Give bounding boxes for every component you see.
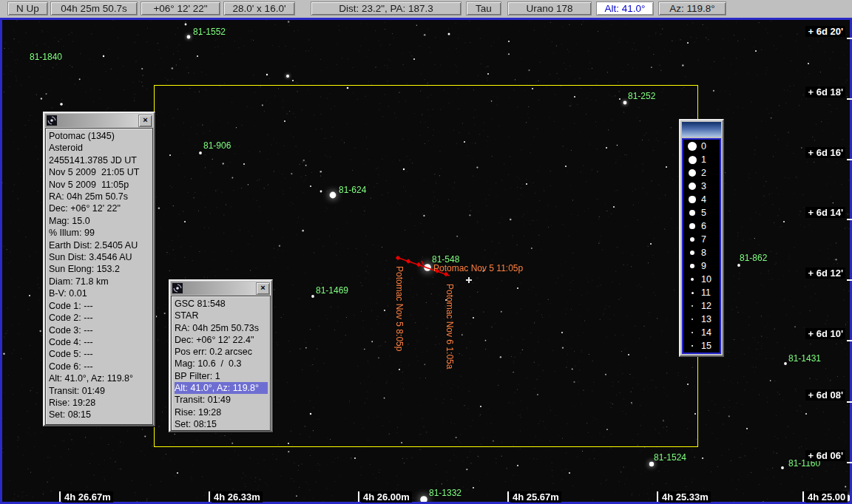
declination-label: + 6d 16' xyxy=(805,147,845,158)
toolbar-button-altitude[interactable]: Alt: 41.0° xyxy=(596,1,654,16)
magnitude-value: 7 xyxy=(701,234,706,245)
magnitude-legend-titlebar[interactable] xyxy=(682,122,721,137)
close-icon[interactable]: × xyxy=(256,282,270,295)
magnitude-row: 9 xyxy=(683,260,720,273)
magnitude-dot-icon xyxy=(691,278,694,281)
magnitude-value: 6 xyxy=(701,221,706,231)
magnitude-row: 14 xyxy=(683,327,720,339)
info-line: Pos err: 0.2 arcsec xyxy=(175,346,270,358)
magnitude-value: 11 xyxy=(701,287,711,298)
toolbar-button-field-size[interactable]: 28.0' x 16.0' xyxy=(223,1,295,16)
right-ascension-label: 4h 25.33m xyxy=(660,491,711,503)
ra-tick xyxy=(358,491,359,502)
magnitude-value: 15 xyxy=(701,341,711,351)
star-designation-label: 81-1552 xyxy=(193,27,226,37)
galaxy-icon xyxy=(172,283,183,293)
magnitude-row: 8 xyxy=(683,247,720,259)
magnitude-value: 12 xyxy=(701,301,711,311)
info-line: Code 3: --- xyxy=(49,324,152,336)
info-line: Earth Dist: 2.5405 AU xyxy=(49,239,152,251)
info-line: Diam: 71.8 km xyxy=(49,276,152,287)
right-ascension-label: 4h 26.33m xyxy=(212,491,263,503)
toolbar-button-dist-pa[interactable]: Dist: 23.2", PA: 187.3 xyxy=(311,1,462,16)
info-line: BP Filter: 1 xyxy=(175,370,270,382)
info-line: Rise: 19:28 xyxy=(49,397,152,409)
magnitude-dot-icon xyxy=(688,142,696,150)
right-ascension-label: 4h 26.67m xyxy=(62,491,113,503)
magnitude-dot-icon xyxy=(690,264,694,268)
magnitude-dot-icon xyxy=(692,332,693,333)
declination-tick xyxy=(847,279,852,281)
close-icon[interactable]: × xyxy=(138,115,152,127)
toolbar-button-orientation[interactable]: N Up xyxy=(7,1,48,16)
magnitude-legend-list: 0123456789101112131415 xyxy=(682,138,721,354)
info-line: Transit: 01:49 xyxy=(49,385,152,397)
star-info-window: × GSC 81:548STARRA: 04h 25m 50.73sDec: +… xyxy=(169,279,273,432)
magnitude-dot-icon xyxy=(689,223,695,229)
toolbar-button-dec[interactable]: +06° 12' 22" xyxy=(141,1,220,16)
star-designation-label: 81-906 xyxy=(203,140,231,151)
info-line: Rise: 19:28 xyxy=(175,406,270,418)
magnitude-value: 10 xyxy=(701,274,711,285)
info-line: % Illum: 99 xyxy=(49,227,152,239)
toolbar: N Up04h 25m 50.7s+06° 12' 22"28.0' x 16.… xyxy=(0,0,852,18)
info-line: Mag: 15.0 xyxy=(49,215,152,227)
info-line: Potomac (1345) xyxy=(49,130,152,142)
magnitude-dot-icon xyxy=(692,319,693,320)
toolbar-button-ra[interactable]: 04h 25m 50.7s xyxy=(50,1,138,16)
magnitude-dot-icon xyxy=(690,237,695,242)
info-line: Alt: 41.0°, Az: 119.8° xyxy=(49,372,152,384)
toolbar-button-atlas-page[interactable]: Urano 178 xyxy=(507,1,592,16)
info-line: Nov 5 2009 21:05 UT xyxy=(49,166,152,178)
info-line: STAR xyxy=(175,310,270,321)
magnitude-row: 4 xyxy=(683,194,720,206)
magnitude-row: 6 xyxy=(683,220,720,233)
magnitude-row: 10 xyxy=(683,273,720,286)
info-line: RA: 04h 25m 50.73s xyxy=(175,322,270,334)
ra-tick xyxy=(209,491,210,502)
star-designation-label: 81-862 xyxy=(740,253,767,263)
toolbar-button-constellation[interactable]: Tau xyxy=(466,1,501,16)
magnitude-value: 5 xyxy=(701,208,706,218)
star-info-body: GSC 81:548STARRA: 04h 25m 50.73sDec: +06… xyxy=(171,296,271,431)
info-line: Code 5: --- xyxy=(49,348,152,360)
magnitude-row: 15 xyxy=(683,340,720,353)
declination-tick xyxy=(847,462,852,463)
toolbar-button-azimuth[interactable]: Az: 119.8° xyxy=(658,1,726,16)
info-line: Asteroid xyxy=(49,142,152,154)
magnitude-row: 7 xyxy=(683,234,720,246)
ra-tick xyxy=(657,491,658,502)
magnitude-value: 3 xyxy=(701,181,706,191)
declination-label: + 6d 14' xyxy=(805,207,845,218)
magnitude-value: 9 xyxy=(701,261,706,271)
declination-tick xyxy=(847,98,852,100)
magnitude-row: 3 xyxy=(683,180,720,193)
declination-label: + 6d 10' xyxy=(805,328,845,339)
star-designation-label: 81-1431 xyxy=(788,353,821,364)
declination-label: + 6d 18' xyxy=(805,86,845,98)
right-ascension-label: 4h 25.00 xyxy=(805,491,848,503)
magnitude-dot-icon xyxy=(692,305,694,307)
info-line: Code 1: --- xyxy=(49,300,152,312)
info-line: Dec: +06° 12' 22.4" xyxy=(175,334,270,346)
magnitude-value: 13 xyxy=(701,314,711,324)
magnitude-value: 2 xyxy=(701,168,706,178)
magnitude-dot-icon xyxy=(689,183,696,190)
magnitude-row: 13 xyxy=(683,313,720,326)
info-line: Mag: 10.6 / 0.3 xyxy=(175,358,270,370)
info-line: Set: 08:15 xyxy=(49,409,152,420)
info-line: Dec: +06° 12' 22" xyxy=(49,202,152,214)
magnitude-row: 2 xyxy=(683,167,720,180)
declination-tick xyxy=(847,159,852,160)
info-line: Nov 5 2009 11:05p xyxy=(49,179,152,191)
declination-label: + 6d 08' xyxy=(805,389,845,401)
ra-tick xyxy=(507,491,509,502)
star-window-titlebar[interactable]: × xyxy=(171,282,271,295)
magnitude-row: 0 xyxy=(683,140,720,153)
info-line: Sun Dist: 3.4546 AU xyxy=(49,251,152,263)
asteroid-window-titlebar[interactable]: × xyxy=(45,114,153,127)
magnitude-legend-window: 0123456789101112131415 xyxy=(679,119,724,357)
app-window: 81-155281-184081-25281-90681-62481-54881… xyxy=(0,0,852,504)
info-line: Transit: 01:49 xyxy=(175,394,270,406)
magnitude-dot-icon xyxy=(692,292,694,294)
